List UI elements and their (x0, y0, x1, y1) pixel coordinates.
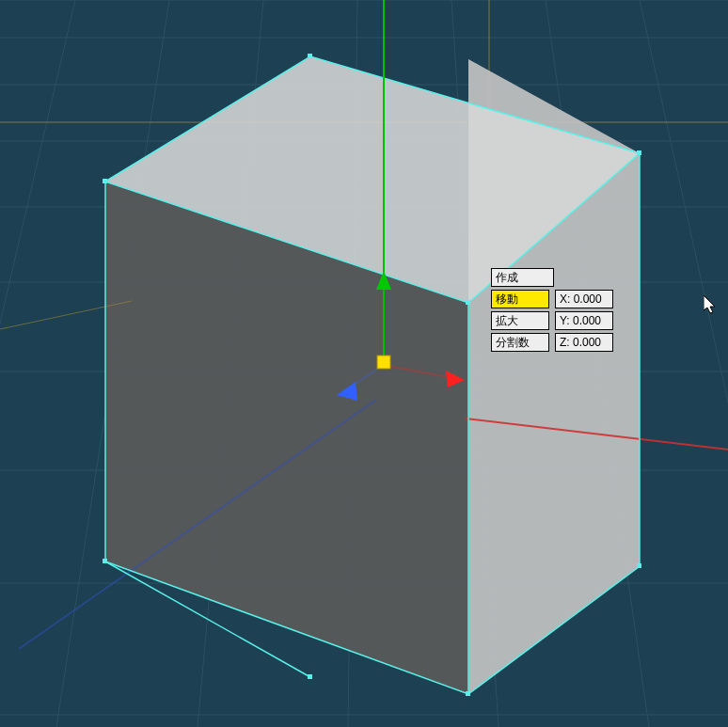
svg-rect-28 (466, 691, 470, 696)
y-value-field[interactable]: Y: 0.000 (555, 311, 613, 330)
scale-button[interactable]: 拡大 (491, 311, 549, 330)
svg-rect-27 (103, 559, 107, 563)
svg-rect-23 (103, 179, 107, 183)
svg-rect-29 (637, 563, 641, 568)
transform-panel: 作成 移動 X: 0.000 拡大 Y: 0.000 分割数 Z: 0.000 (491, 268, 613, 355)
svg-rect-30 (308, 674, 312, 679)
svg-rect-24 (308, 54, 312, 58)
subdivide-button[interactable]: 分割数 (491, 333, 549, 352)
svg-rect-26 (466, 300, 470, 305)
gizmo-center[interactable] (377, 356, 390, 369)
svg-rect-25 (637, 150, 641, 155)
move-button[interactable]: 移動 (491, 290, 549, 308)
create-button[interactable]: 作成 (491, 268, 554, 287)
viewport-3d[interactable]: 作成 移動 X: 0.000 拡大 Y: 0.000 分割数 Z: 0.000 (0, 0, 728, 727)
scene-svg (0, 0, 728, 727)
z-value-field[interactable]: Z: 0.000 (555, 333, 613, 352)
x-value-field[interactable]: X: 0.000 (555, 290, 613, 308)
